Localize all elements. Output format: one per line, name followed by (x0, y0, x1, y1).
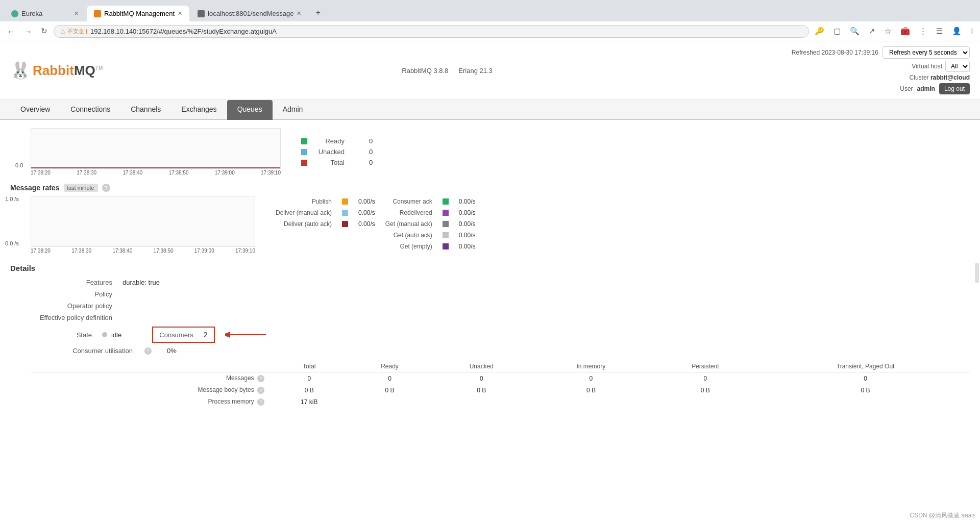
consumer-util-value: 0% (167, 347, 177, 355)
menu-icon[interactable]: ⋮ (917, 24, 929, 38)
cell-memory-total: 17 kiB (270, 396, 349, 408)
vhost-label: Virtual host (912, 63, 942, 70)
key-icon[interactable]: 🔑 (812, 24, 827, 38)
extensions-icon[interactable]: 🧰 (898, 24, 913, 38)
forward-button[interactable]: → (21, 25, 35, 38)
cell-messages-total: 0 (270, 372, 349, 385)
cell-messages-transient: 0 (761, 372, 970, 385)
row-label-process-memory: Process memory ? (31, 396, 270, 408)
rate-y-top: 1.0 /s (5, 196, 19, 202)
logo-icon: 🐰 (10, 61, 31, 80)
total-dot (301, 160, 307, 166)
tab-localhost[interactable]: localhost:8801/sendMessage ✕ (190, 6, 308, 21)
profile-icon[interactable]: 👤 (949, 24, 964, 38)
rate-label-publish: Publish (276, 198, 332, 205)
nav-queues[interactable]: Queues (227, 100, 273, 120)
cell-memory-inmemory (532, 396, 649, 408)
rate-y-bot: 0.0 /s (5, 240, 19, 246)
cell-memory-unacked (430, 396, 532, 408)
unacked-label: Unacked (311, 148, 345, 156)
rate-val-publish: 0.00/s (358, 198, 375, 205)
rate-label-deliver-auto: Deliver (auto ack) (276, 220, 332, 228)
rate-label-consumer-ack: Consumer ack (385, 198, 432, 205)
col-persistent: Persistent (649, 361, 761, 372)
cell-messages-inmemory: 0 (532, 372, 649, 385)
reload-button[interactable]: ↻ (38, 24, 51, 38)
tab-eureka-close[interactable]: ✕ (74, 10, 79, 17)
nav-connections[interactable]: Connections (60, 100, 120, 120)
rate-stats-grid: Publish 0.00/s Consumer ack 0.00/s Deliv… (276, 196, 476, 254)
version-info: RabbitMQ 3.8.8 Erlang 21.3 (402, 67, 493, 74)
cell-bytes-unacked: 0 B (430, 384, 532, 396)
vhost-select[interactable]: All (945, 61, 970, 72)
address-bar[interactable]: △ 不安全 | 192.168.10.140:15672/#/queues/%2… (54, 25, 809, 38)
cell-memory-ready (349, 396, 431, 408)
queued-messages-section: 0.0 17:38:20 17:38:30 17:38:40 17:38:50 … (31, 128, 970, 176)
zoom-icon[interactable]: 🔍 (847, 24, 862, 38)
more-icon[interactable]: ⁝ (968, 24, 976, 38)
rate-dot-deliver-auto (342, 221, 348, 227)
scroll-indicator[interactable] (975, 263, 979, 283)
process-memory-help[interactable]: ? (257, 398, 264, 406)
user-row: User admin Log out (900, 83, 970, 94)
logout-button[interactable]: Log out (939, 83, 970, 94)
policy-label: Policy (10, 290, 112, 298)
nav-menu: Overview Connections Channels Exchanges … (0, 100, 980, 120)
table-row-messages: Messages ? 0 0 0 0 0 0 (31, 372, 970, 385)
refresh-select[interactable]: Refresh every 5 seconds (883, 46, 970, 59)
cell-messages-unacked: 0 (430, 372, 532, 385)
table-row-body-bytes: Message body bytes ? 0 B 0 B 0 B 0 B 0 B… (31, 384, 970, 396)
rate-val-get-manual: 0.00/s (459, 220, 476, 228)
back-button[interactable]: ← (4, 25, 18, 38)
state-container: idle (102, 331, 121, 339)
tab-eureka[interactable]: Eureka ✕ (4, 6, 86, 21)
tab-rabbitmq[interactable]: RabbitMQ Management ✕ (87, 6, 189, 21)
operator-policy-value (122, 302, 970, 310)
logo-rabbit: Rabbit (33, 63, 74, 78)
rate-label-get-empty: Get (empty) (385, 243, 432, 250)
effective-policy-value (122, 314, 970, 321)
app-container: 🐰 RabbitMQTM RabbitMQ 3.8.8 Erlang 21.3 … (0, 41, 980, 501)
cell-memory-persistent (649, 396, 761, 408)
refreshed-label: Refreshed 2023-08-30 17:39:16 (792, 49, 878, 56)
message-rates-help[interactable]: ? (102, 184, 110, 192)
new-tab-button[interactable]: + (309, 4, 326, 21)
operator-policy-label: Operator policy (10, 302, 112, 310)
stat-ready: Ready 0 (301, 137, 373, 145)
unacked-value: 0 (369, 148, 373, 156)
queued-messages-chart-wrap: 0.0 17:38:20 17:38:30 17:38:40 17:38:50 … (31, 128, 281, 176)
bookmark-icon[interactable]: ☆ (882, 24, 894, 38)
policy-value (122, 290, 970, 298)
body-bytes-help[interactable]: ? (257, 387, 264, 394)
cell-bytes-ready: 0 B (349, 384, 431, 396)
messages-help[interactable]: ? (257, 375, 264, 382)
cell-messages-ready: 0 (349, 372, 431, 385)
user-value: admin (917, 85, 935, 92)
stat-total: Total 0 (301, 159, 373, 166)
nav-exchanges[interactable]: Exchanges (171, 100, 227, 120)
state-label: State (31, 331, 92, 339)
user-label: User (900, 85, 913, 92)
chart-x-labels: 17:38:20 17:38:30 17:38:40 17:38:50 17:3… (31, 170, 281, 176)
share-icon[interactable]: ↗ (866, 24, 878, 38)
nav-overview[interactable]: Overview (10, 100, 60, 120)
rate-dot-redelivered (443, 210, 449, 216)
table-row-process-memory: Process memory ? 17 kiB (31, 396, 970, 408)
tab-localhost-close[interactable]: ✕ (297, 10, 301, 17)
sidebar-icon[interactable]: ☰ (934, 24, 945, 38)
row-label-body-bytes: Message body bytes ? (31, 384, 270, 396)
details-grid: Features durable: true Policy Operator p… (10, 279, 970, 321)
tab-rabbitmq-close[interactable]: ✕ (178, 10, 182, 17)
cell-memory-transient (761, 396, 970, 408)
rate-dot-consumer-ack (443, 198, 449, 205)
nav-channels[interactable]: Channels (120, 100, 171, 120)
nav-admin[interactable]: Admin (273, 100, 313, 120)
main-content: 0.0 17:38:20 17:38:30 17:38:40 17:38:50 … (0, 120, 980, 416)
consumer-util-help[interactable]: ? (144, 347, 152, 355)
rate-dot-get-empty (443, 243, 449, 249)
consumers-label: Consumers (159, 331, 193, 339)
tab-localhost-label: localhost:8801/sendMessage (208, 10, 293, 17)
screenshot-icon[interactable]: ▢ (831, 24, 843, 38)
top-bar: 🐰 RabbitMQTM RabbitMQ 3.8.8 Erlang 21.3 … (0, 41, 980, 100)
address-text: 192.168.10.140:15672/#/queues/%2F/studyE… (90, 28, 802, 35)
